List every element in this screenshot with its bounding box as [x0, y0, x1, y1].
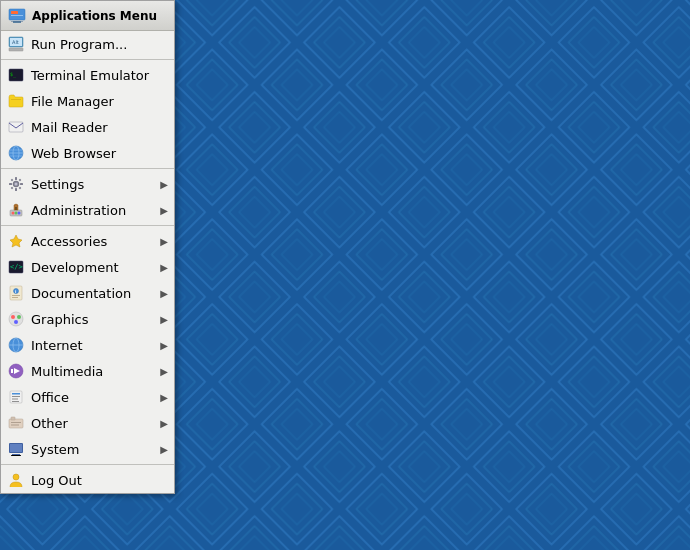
- svg-point-49: [14, 320, 18, 324]
- mail-reader-label: Mail Reader: [31, 120, 168, 135]
- svg-rect-58: [12, 396, 20, 397]
- svg-rect-66: [10, 444, 22, 452]
- run-program-label: Run Program...: [31, 37, 168, 52]
- menu-item-office[interactable]: Office ▶: [1, 384, 174, 410]
- web-browser-icon: [7, 144, 25, 162]
- menu-item-web-browser[interactable]: Web Browser: [1, 140, 174, 166]
- svg-rect-9: [11, 21, 23, 22]
- menu-item-multimedia[interactable]: Multimedia ▶: [1, 358, 174, 384]
- menu-item-other[interactable]: Other ▶: [1, 410, 174, 436]
- administration-label: Administration: [31, 203, 160, 218]
- menu-item-graphics[interactable]: Graphics ▶: [1, 306, 174, 332]
- menu-title-icon: [7, 6, 27, 26]
- menu-item-system[interactable]: System ▶: [1, 436, 174, 462]
- menu-item-administration[interactable]: Administration ▶: [1, 197, 174, 223]
- svg-rect-61: [9, 419, 23, 428]
- svg-rect-62: [11, 417, 15, 420]
- other-label: Other: [31, 416, 160, 431]
- internet-arrow: ▶: [160, 340, 168, 351]
- separator-1: [1, 59, 174, 60]
- svg-rect-45: [12, 297, 18, 298]
- svg-point-36: [18, 212, 21, 215]
- system-arrow: ▶: [160, 444, 168, 455]
- development-label: Development: [31, 260, 160, 275]
- menu-item-run-program[interactable]: Alt Run Program...: [1, 31, 174, 57]
- svg-rect-59: [12, 399, 18, 400]
- svg-rect-7: [11, 15, 23, 16]
- svg-rect-44: [12, 295, 20, 296]
- documentation-icon: i: [7, 284, 25, 302]
- svg-rect-29: [11, 179, 14, 182]
- development-arrow: ▶: [160, 262, 168, 273]
- administration-arrow: ▶: [160, 205, 168, 216]
- other-icon: [7, 414, 25, 432]
- menu-item-development[interactable]: </> Development ▶: [1, 254, 174, 280]
- menu-titlebar: Applications Menu: [1, 1, 174, 31]
- svg-point-24: [15, 183, 18, 186]
- menu-item-mail-reader[interactable]: Mail Reader: [1, 114, 174, 140]
- web-browser-label: Web Browser: [31, 146, 168, 161]
- office-icon: [7, 388, 25, 406]
- svg-rect-67: [12, 454, 20, 455]
- svg-rect-5: [9, 9, 25, 20]
- menu-title-label: Applications Menu: [32, 9, 157, 23]
- office-label: Office: [31, 390, 160, 405]
- svg-rect-31: [11, 187, 14, 190]
- svg-rect-6: [11, 11, 18, 14]
- settings-arrow: ▶: [160, 179, 168, 190]
- graphics-arrow: ▶: [160, 314, 168, 325]
- svg-rect-55: [11, 369, 13, 373]
- multimedia-icon: [7, 362, 25, 380]
- svg-point-69: [13, 474, 19, 480]
- file-manager-icon: [7, 92, 25, 110]
- menu-item-accessories[interactable]: Accessories ▶: [1, 228, 174, 254]
- svg-point-48: [17, 315, 21, 319]
- multimedia-arrow: ▶: [160, 366, 168, 377]
- svg-rect-68: [11, 455, 21, 456]
- svg-rect-60: [12, 401, 19, 402]
- svg-rect-37: [15, 207, 17, 210]
- accessories-label: Accessories: [31, 234, 160, 249]
- svg-rect-13: [9, 48, 23, 51]
- internet-icon: [7, 336, 25, 354]
- svg-marker-38: [10, 235, 22, 247]
- svg-rect-27: [9, 183, 12, 185]
- system-icon: [7, 440, 25, 458]
- terminal-icon: $_: [7, 66, 25, 84]
- terminal-label: Terminal Emulator: [31, 68, 168, 83]
- graphics-icon: [7, 310, 25, 328]
- menu-item-internet[interactable]: Internet ▶: [1, 332, 174, 358]
- menu-item-settings[interactable]: Settings ▶: [1, 171, 174, 197]
- accessories-arrow: ▶: [160, 236, 168, 247]
- svg-rect-25: [15, 177, 17, 180]
- separator-2: [1, 168, 174, 169]
- internet-label: Internet: [31, 338, 160, 353]
- settings-label: Settings: [31, 177, 160, 192]
- office-arrow: ▶: [160, 392, 168, 403]
- mail-reader-icon: [7, 118, 25, 136]
- settings-icon: [7, 175, 25, 193]
- multimedia-label: Multimedia: [31, 364, 160, 379]
- other-arrow: ▶: [160, 418, 168, 429]
- log-out-icon: [7, 471, 25, 489]
- svg-point-34: [12, 212, 15, 215]
- svg-rect-17: [9, 122, 23, 132]
- file-manager-label: File Manager: [31, 94, 168, 109]
- documentation-label: Documentation: [31, 286, 160, 301]
- menu-item-file-manager[interactable]: File Manager: [1, 88, 174, 114]
- svg-rect-63: [11, 422, 21, 423]
- svg-rect-16: [11, 99, 21, 100]
- menu-item-log-out[interactable]: Log Out: [1, 467, 174, 493]
- svg-point-47: [11, 315, 15, 319]
- menu-item-terminal[interactable]: $_ Terminal Emulator: [1, 62, 174, 88]
- svg-text:Alt: Alt: [12, 39, 19, 45]
- development-icon: </>: [7, 258, 25, 276]
- applications-menu: Applications Menu Alt Run Program... $_ …: [0, 0, 175, 494]
- svg-rect-26: [15, 188, 17, 191]
- documentation-arrow: ▶: [160, 288, 168, 299]
- accessories-icon: [7, 232, 25, 250]
- system-label: System: [31, 442, 160, 457]
- menu-item-documentation[interactable]: i Documentation ▶: [1, 280, 174, 306]
- separator-3: [1, 225, 174, 226]
- svg-rect-32: [19, 187, 22, 190]
